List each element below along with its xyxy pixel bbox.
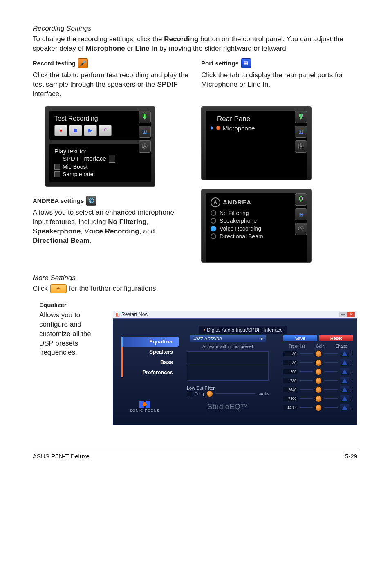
side-grid-button-3[interactable]: ⊞ — [295, 208, 307, 220]
intro-txt: To change the recording settings, click … — [33, 35, 164, 43]
side-mic-button[interactable]: 🎙 — [139, 111, 151, 123]
eq-shape-button[interactable] — [340, 350, 349, 357]
more-settings-heading: More Settings — [33, 274, 357, 282]
side-andrea-button-2[interactable]: Ⓐ — [295, 140, 307, 153]
side-andrea-button[interactable]: Ⓐ — [139, 140, 151, 153]
eq-more-icon[interactable]: : — [352, 406, 353, 409]
side-mic-button-3[interactable]: 🎙 — [295, 193, 307, 206]
eq-gain-knob[interactable] — [315, 359, 322, 366]
record-button[interactable]: ● — [54, 125, 67, 136]
andrea-logo-text: ANDREA — [223, 199, 251, 206]
eq-hz-value: 180 — [283, 360, 297, 365]
eq-shape-button[interactable] — [340, 359, 349, 366]
opt-beam: Directional Beam — [220, 233, 263, 240]
radio-nofilter[interactable] — [211, 210, 216, 216]
eq-hz-value: 7890 — [283, 396, 297, 401]
sample-rate-check[interactable] — [54, 171, 60, 177]
rear-mic-label: Microphone — [223, 125, 255, 132]
more-settings-button[interactable]: ✦ — [50, 284, 67, 293]
eq-reset-button[interactable]: Reset — [319, 335, 353, 341]
eq-hz-value: 80 — [283, 351, 297, 356]
eq-band-row: 7890: — [283, 395, 353, 402]
tab-bass[interactable]: Bass — [123, 357, 179, 367]
equalizer-panel: ♪ Digital Audio Input/SPDIF Interface Eq… — [113, 318, 357, 425]
eq-more-icon[interactable]: : — [352, 352, 353, 355]
stop-button[interactable]: ■ — [69, 125, 82, 136]
lcf-freq-label: Freq — [195, 391, 204, 396]
eq-gain-knob[interactable] — [315, 350, 322, 357]
andrea-icon[interactable]: Ⓐ — [86, 196, 96, 206]
minimize-button[interactable]: — — [339, 312, 347, 317]
eq-gain-knob[interactable] — [315, 368, 322, 375]
rear-panel-title: Rear Panel — [217, 115, 302, 123]
eq-band-row: 290: — [283, 368, 353, 375]
sonic-focus-logo: SONIC FOCUS — [130, 401, 160, 413]
eq-more-icon[interactable]: : — [352, 388, 353, 391]
recording-settings-heading: Recording Settings — [33, 25, 357, 33]
tab-speakers[interactable]: Speakers — [123, 347, 179, 357]
undo-button[interactable]: ↶ — [99, 125, 112, 136]
tab-preferences[interactable]: Preferences — [123, 367, 179, 377]
eq-band-row: 730: — [283, 377, 353, 384]
opt-voice: Voice Recording — [220, 225, 261, 232]
eq-band-row: 180: — [283, 359, 353, 366]
eq-window-title: Restart Now — [121, 312, 148, 317]
eq-top-title: ♪ Digital Audio Input/SPDIF Interface — [199, 326, 287, 334]
eq-shape-button[interactable] — [340, 395, 349, 402]
eq-band-row: 80: — [283, 350, 353, 357]
mic-boost-check[interactable] — [54, 164, 60, 170]
radio-voice[interactable] — [211, 226, 216, 231]
eq-gain-knob[interactable] — [315, 404, 322, 411]
andrea-desc: Allows you to select an enhanced microph… — [33, 208, 189, 246]
rear-panel: 🎙 ⊞ Ⓐ Rear Panel Microphone — [201, 106, 312, 180]
opt-speaker: Speakerphone — [220, 218, 257, 224]
expand-icon[interactable] — [211, 126, 214, 130]
play-target: SPDIF Interface — [63, 155, 106, 162]
head-freq: Freq(Hz) — [289, 344, 305, 348]
side-grid-button-2[interactable]: ⊞ — [295, 126, 307, 138]
andrea-panel: 🎙 ⊞ Ⓐ AANDREA No Filtering Speakerphone … — [201, 189, 312, 263]
intro-recording-bold: Recording — [164, 35, 198, 43]
eq-gain-knob[interactable] — [315, 395, 322, 402]
eq-shape-button[interactable] — [340, 404, 349, 411]
eq-more-icon[interactable]: : — [352, 379, 353, 382]
eq-shape-button[interactable] — [340, 368, 349, 375]
lcf-knob[interactable] — [206, 391, 213, 397]
record-testing-desc: Click the tab to perform test recording … — [33, 71, 189, 99]
head-shape: Shape — [336, 344, 347, 348]
radio-speaker[interactable] — [211, 218, 216, 224]
eq-more-icon[interactable]: : — [352, 361, 353, 364]
target-spinner[interactable] — [109, 155, 115, 163]
equalizer-desc: Allows you to configure and customize al… — [39, 311, 105, 425]
port-settings-desc: Click the tab to display the rear panel … — [201, 71, 357, 90]
eq-waveform — [187, 351, 269, 381]
eq-shape-button[interactable] — [340, 386, 349, 393]
eq-hz-value: 12.6k — [283, 405, 297, 410]
eq-more-icon[interactable]: : — [352, 397, 353, 400]
lowcut-label: Low Cut Filter — [187, 386, 269, 391]
radio-beam[interactable] — [211, 233, 216, 239]
eq-gain-knob[interactable] — [315, 386, 322, 393]
preset-dropdown[interactable]: Jazz Session▾ — [190, 335, 266, 342]
record-testing-label: Record testing — [33, 60, 76, 67]
footer-left: ASUS P5N-T Deluxe — [33, 453, 90, 460]
eq-shape-button[interactable] — [340, 377, 349, 384]
test-recording-panel: 🎙 ⊞ Ⓐ Test Recording ● ■ ▶ ↶ Play test t… — [45, 106, 155, 187]
tab-equalizer[interactable]: Equalizer — [123, 337, 179, 347]
eq-hz-value: 730 — [283, 378, 297, 383]
lcf-checkbox[interactable] — [187, 391, 192, 396]
eq-band-row: 12.6k: — [283, 404, 353, 411]
studioeq-logo: StudioEQ™ — [187, 403, 269, 411]
activate-label: Activate within this preset — [187, 344, 269, 349]
side-grid-button[interactable]: ⊞ — [139, 126, 151, 138]
mic-icon[interactable]: 🎤 — [78, 58, 88, 68]
side-andrea-button-3[interactable]: Ⓐ — [295, 223, 307, 235]
opt-nofilter: No Filtering — [220, 210, 249, 216]
close-button[interactable]: ✕ — [347, 312, 355, 317]
side-mic-button-2[interactable]: 🎙 — [295, 111, 307, 123]
eq-more-icon[interactable]: : — [352, 370, 353, 373]
play-button[interactable]: ▶ — [84, 125, 97, 136]
eq-gain-knob[interactable] — [315, 377, 322, 384]
eq-save-button[interactable]: Save — [283, 335, 317, 341]
grid-icon[interactable]: ⊞ — [241, 58, 251, 68]
